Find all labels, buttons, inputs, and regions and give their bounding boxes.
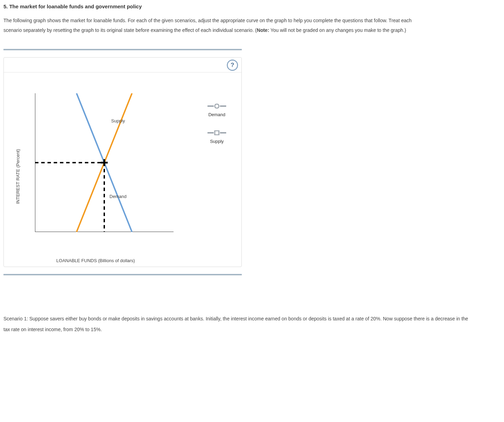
graph-block: ? INTEREST RATE (Percent) — [3, 49, 242, 275]
supply-legend-icon — [207, 130, 227, 135]
help-button[interactable]: ? — [227, 60, 238, 71]
demand-label: Demand — [109, 194, 126, 199]
divider-top — [3, 49, 242, 50]
legend-item-supply[interactable]: Supply — [196, 130, 238, 144]
intro-text: The following graph shows the market for… — [3, 16, 419, 35]
y-axis-label: INTEREST RATE (Percent) — [15, 149, 20, 204]
svg-rect-8 — [215, 131, 219, 135]
question-number: 5. — [3, 3, 8, 9]
panel-body: INTEREST RATE (Percent) — [4, 72, 241, 267]
help-icon: ? — [231, 62, 234, 69]
equilibrium-marker — [101, 159, 108, 166]
legend-item-demand[interactable]: Demand — [196, 104, 238, 117]
scenario-text: Scenario 1: Suppose savers either buy bo… — [3, 313, 471, 335]
plot[interactable]: Supply Demand — [35, 93, 174, 232]
chart-area[interactable]: INTEREST RATE (Percent) — [11, 86, 180, 263]
panel-header: ? — [4, 58, 241, 72]
question-title: 5. The market for loanable funds and gov… — [3, 3, 501, 9]
note-label: Note: — [257, 27, 269, 33]
scenario-body: Suppose savers either buy bonds or make … — [3, 316, 468, 332]
question-title-text: The market for loanable funds and govern… — [9, 3, 142, 9]
supply-label: Supply — [111, 118, 125, 123]
x-axis-label: LOANABLE FUNDS (Billions of dollars) — [11, 258, 180, 263]
page: 5. The market for loanable funds and gov… — [0, 0, 504, 349]
legend-demand-label: Demand — [196, 112, 238, 117]
legend-supply-label: Supply — [196, 139, 238, 144]
demand-legend-icon — [207, 104, 227, 109]
divider-bottom — [3, 274, 242, 275]
plot-svg — [35, 93, 174, 232]
intro-part2: You will not be graded on any changes yo… — [269, 27, 406, 33]
legend: Demand Supply — [196, 104, 238, 157]
graph-panel: ? INTEREST RATE (Percent) — [3, 57, 242, 267]
svg-point-5 — [215, 104, 219, 108]
scenario-label: Scenario 1: — [3, 316, 28, 321]
